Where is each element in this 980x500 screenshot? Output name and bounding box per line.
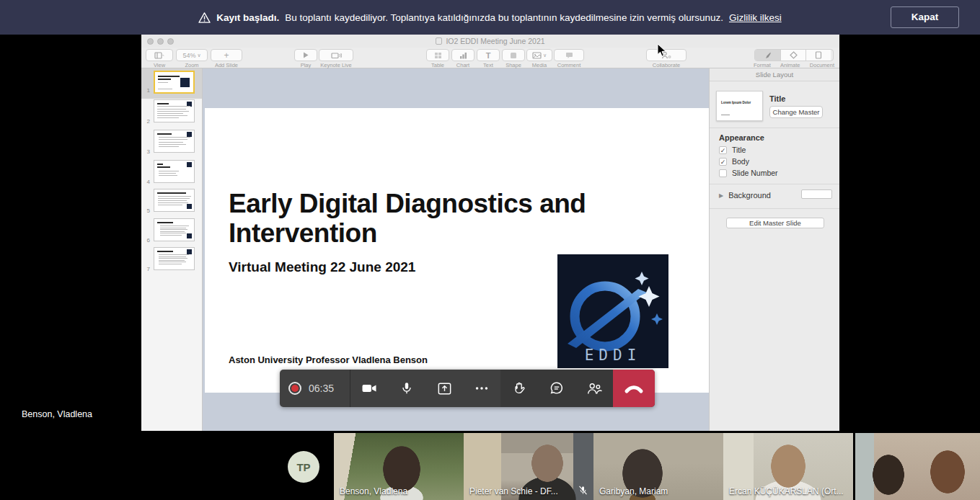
- hangup-icon: [624, 381, 644, 396]
- mouse-cursor: [657, 43, 666, 57]
- chart-label: Chart: [451, 62, 474, 68]
- keynote-live-label: Keynote Live: [319, 62, 353, 68]
- presenter-name-label: Benson, Vladlena: [22, 409, 92, 419]
- participant-filmstrip: TP Benson, Vladlena Pieter van Schie - D…: [0, 433, 980, 500]
- title-checkbox-label: Title: [732, 146, 746, 154]
- keynote-titlebar: IO2 EDDI Meeting June 2021: [141, 35, 839, 48]
- animate-label: Animate: [780, 62, 800, 68]
- slide-number: 3: [143, 148, 150, 155]
- avatar-tp[interactable]: TP: [288, 451, 319, 483]
- title-checkbox[interactable]: ✓: [719, 146, 727, 154]
- share-button[interactable]: [425, 370, 463, 407]
- appearance-heading: Appearance: [719, 133, 764, 142]
- chat-icon: [549, 380, 565, 396]
- slide-thumbnail-5[interactable]: [154, 189, 195, 212]
- video-tile-ercan[interactable]: Ercan KÜÇÜKARSLAN (Ort...: [723, 433, 853, 500]
- body-checkbox[interactable]: ✓: [719, 158, 727, 166]
- video-tile-duo[interactable]: [855, 433, 980, 500]
- zoom-control[interactable]: 54%∨: [176, 49, 208, 61]
- tile-name-label: Benson, Vladlena: [340, 486, 407, 496]
- comment-label: Comment: [554, 62, 584, 68]
- mic-icon: [399, 380, 415, 396]
- slide-thumbnail-3[interactable]: [154, 130, 195, 153]
- document-button[interactable]: [805, 50, 831, 61]
- slide-title: Early Digital Diagnostics and Interventi…: [229, 189, 654, 249]
- slide-number: 1: [143, 87, 150, 94]
- recording-banner: Kayıt başladı. Bu toplantı kaydediliyor.…: [0, 0, 980, 35]
- slide-layout-panel: Slide Layout Lorem Ipsum Dolor Title Cha…: [709, 68, 839, 431]
- video-tile-pieter[interactable]: Pieter van Schie - DF...: [464, 433, 593, 500]
- view-label: View: [146, 62, 173, 68]
- view-button[interactable]: [146, 49, 173, 61]
- slide-thumbnail-1[interactable]: [154, 71, 195, 94]
- share-screen-icon: [436, 380, 453, 397]
- meeting-control-bar: 06:35: [280, 370, 655, 407]
- document-proxy-icon: [436, 37, 442, 45]
- slide-number: 7: [143, 266, 150, 272]
- participants-button[interactable]: [575, 370, 613, 407]
- slide-subtitle: Virtual Meeting 22 June 2021: [229, 259, 415, 275]
- slide-number-checkbox[interactable]: [719, 169, 727, 177]
- table-button[interactable]: [426, 49, 449, 61]
- slide-thumbnail-4[interactable]: [154, 160, 195, 183]
- slide-navigator: 1 2: [141, 68, 203, 431]
- mic-muted-icon: [578, 485, 588, 496]
- chart-button[interactable]: [451, 49, 474, 61]
- slide-thumbnail-2[interactable]: [154, 99, 195, 122]
- format-button[interactable]: [755, 50, 780, 61]
- privacy-policy-link[interactable]: Gizlilik ilkesi: [729, 12, 782, 23]
- raise-hand-icon: [511, 380, 527, 396]
- video-tile-benson[interactable]: Benson, Vladlena: [334, 433, 464, 500]
- collaborate-button[interactable]: [646, 49, 687, 61]
- slide-number: 4: [143, 179, 150, 185]
- warning-icon: [198, 12, 211, 23]
- video-tile-garibyan[interactable]: Garibyan, Mariam: [593, 433, 723, 500]
- mic-button[interactable]: [388, 370, 425, 407]
- camera-button[interactable]: [350, 370, 388, 407]
- shape-label: Shape: [502, 62, 525, 68]
- text-label: Text: [477, 62, 500, 68]
- slide-thumbnail-7[interactable]: [154, 247, 195, 270]
- shared-screen-stage: IO2 EDDI Meeting June 2021 View 54%∨ Zoo…: [0, 35, 980, 433]
- tile-name-label: Garibyan, Mariam: [599, 486, 668, 496]
- more-options-button[interactable]: [463, 370, 500, 407]
- keynote-live-button[interactable]: [319, 49, 353, 61]
- tile-name-label: Pieter van Schie - DF...: [469, 486, 558, 496]
- slide-number: 6: [143, 237, 150, 244]
- chat-button[interactable]: [538, 370, 575, 407]
- change-master-button[interactable]: Change Master: [769, 106, 823, 118]
- text-button[interactable]: T: [477, 49, 500, 61]
- play-label: Play: [294, 62, 317, 68]
- background-disclosure-triangle[interactable]: ▶: [719, 192, 723, 199]
- eddi-logo: EDDI: [557, 254, 668, 368]
- add-slide-label: Add Slide: [211, 62, 242, 68]
- current-slide[interactable]: Early Digital Diagnostics and Interventi…: [205, 108, 709, 393]
- edit-master-slide-button[interactable]: Edit Master Slide: [726, 218, 824, 228]
- format-label: Format: [754, 62, 771, 68]
- banner-bold-text: Kayıt başladı.: [216, 12, 279, 23]
- table-label: Table: [426, 62, 449, 68]
- master-thumbnail[interactable]: Lorem Ipsum Dolor: [716, 91, 763, 121]
- comment-button[interactable]: [554, 49, 584, 61]
- shape-button[interactable]: [502, 49, 525, 61]
- master-thumb-title: Lorem Ipsum Dolor: [721, 101, 751, 104]
- animate-button[interactable]: [780, 50, 805, 61]
- play-button[interactable]: [294, 49, 317, 61]
- inspector-segmented-control: [754, 49, 834, 61]
- zoom-label: Zoom: [176, 62, 208, 68]
- meeting-timer: 06:35: [309, 383, 334, 394]
- document-label: Document: [810, 62, 834, 68]
- slide-number: 5: [143, 207, 150, 214]
- add-slide-button[interactable]: +: [211, 49, 242, 61]
- background-color-well[interactable]: [801, 189, 832, 199]
- raise-hand-button[interactable]: [500, 370, 538, 407]
- media-button[interactable]: ∨: [526, 49, 552, 61]
- collaborate-label: Collaborate: [646, 62, 687, 68]
- layout-title-label: Title: [769, 94, 785, 103]
- svg-text:EDDI: EDDI: [585, 347, 642, 364]
- slide-number-checkbox-label: Slide Number: [732, 169, 778, 177]
- slide-number: 2: [143, 118, 150, 125]
- close-banner-button[interactable]: Kapat: [891, 6, 959, 28]
- hangup-button[interactable]: [613, 370, 655, 407]
- slide-thumbnail-6[interactable]: [154, 218, 195, 241]
